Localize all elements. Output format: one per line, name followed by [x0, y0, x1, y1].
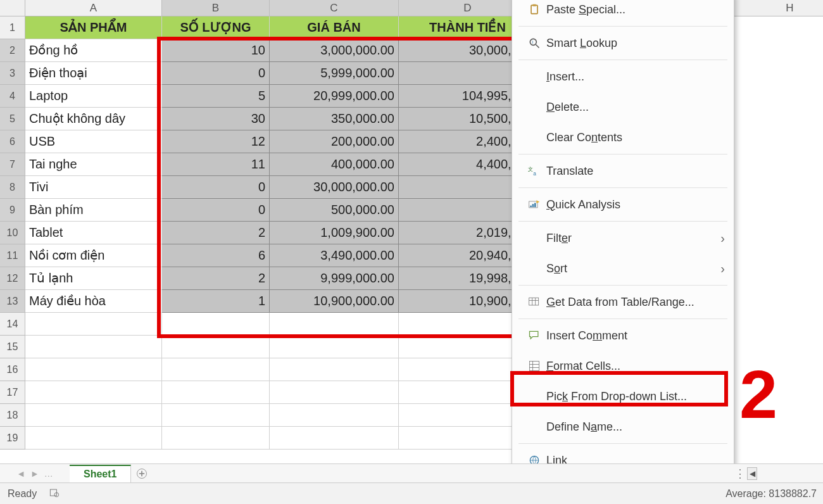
menu-quick-analysis[interactable]: Quick Analysis: [512, 189, 734, 220]
menu-delete[interactable]: Delete...: [512, 92, 734, 122]
cell-C16[interactable]: [270, 358, 399, 381]
cell-A19[interactable]: [25, 427, 162, 450]
cell-C19[interactable]: [270, 427, 399, 450]
cell-B1[interactable]: SỐ LƯỢNG: [162, 16, 270, 39]
row-header-19[interactable]: 19: [0, 427, 25, 450]
row-header-18[interactable]: 18: [0, 404, 25, 427]
cell-C6[interactable]: 200,000.00: [270, 130, 399, 153]
row-header-9[interactable]: 9: [0, 199, 25, 222]
row-header-17[interactable]: 17: [0, 381, 25, 404]
column-header-H[interactable]: H: [734, 0, 823, 16]
row-header-11[interactable]: 11: [0, 244, 25, 267]
cell-B16[interactable]: [162, 358, 270, 381]
cell-B6[interactable]: 12: [162, 130, 270, 153]
cell-A11[interactable]: Nồi cơm điện: [25, 244, 162, 267]
cell-A4[interactable]: Laptop: [25, 85, 162, 108]
cell-A5[interactable]: Chuột không dây: [25, 108, 162, 130]
cell-B5[interactable]: 30: [162, 108, 270, 130]
tab-nav-arrows[interactable]: ◄ ► …: [0, 469, 70, 479]
menu-insert-comment[interactable]: Insert Comment: [512, 320, 734, 351]
cell-C5[interactable]: 350,000.00: [270, 108, 399, 130]
row-header-5[interactable]: 5: [0, 108, 25, 130]
cell-C14[interactable]: [270, 313, 399, 336]
cell-B11[interactable]: 6: [162, 244, 270, 267]
horizontal-scroll[interactable]: ⋮ ◀: [734, 463, 823, 482]
cell-B19[interactable]: [162, 427, 270, 450]
menu-define-name[interactable]: Define Name...: [512, 412, 734, 442]
cell-B8[interactable]: 0: [162, 176, 270, 199]
cell-C10[interactable]: 1,009,900.00: [270, 222, 399, 244]
cell-A12[interactable]: Tủ lạnh: [25, 267, 162, 290]
cell-A6[interactable]: USB: [25, 130, 162, 153]
add-sheet-button[interactable]: [131, 464, 153, 483]
row-header-12[interactable]: 12: [0, 267, 25, 290]
cell-A10[interactable]: Tablet: [25, 222, 162, 244]
cell-B18[interactable]: [162, 404, 270, 427]
row-header-16[interactable]: 16: [0, 358, 25, 381]
cell-C18[interactable]: [270, 404, 399, 427]
row-header-8[interactable]: 8: [0, 176, 25, 199]
row-header-14[interactable]: 14: [0, 313, 25, 336]
cell-B13[interactable]: 1: [162, 290, 270, 313]
row-header-3[interactable]: 3: [0, 62, 25, 85]
menu-smart-lookup[interactable]: i Smart Lookup: [512, 28, 734, 58]
cell-A18[interactable]: [25, 404, 162, 427]
menu-paste-special[interactable]: Paste Special...: [512, 0, 734, 25]
cell-A2[interactable]: Đồng hồ: [25, 39, 162, 62]
scroll-left-button[interactable]: ◀: [747, 467, 757, 480]
cell-B10[interactable]: 2: [162, 222, 270, 244]
menu-pick-from-list[interactable]: Pick From Drop-down List...: [512, 381, 734, 412]
cell-C15[interactable]: [270, 336, 399, 358]
cell-A17[interactable]: [25, 381, 162, 404]
menu-translate[interactable]: 文a Translate: [512, 156, 734, 186]
select-all-corner[interactable]: [0, 0, 25, 16]
macro-record-icon[interactable]: [48, 486, 61, 501]
cell-B2[interactable]: 10: [162, 39, 270, 62]
column-header-A[interactable]: A: [25, 0, 162, 16]
row-header-7[interactable]: 7: [0, 153, 25, 176]
cell-B17[interactable]: [162, 381, 270, 404]
menu-get-data[interactable]: Get Data from Table/Range...: [512, 287, 734, 317]
cell-A13[interactable]: Máy điều hòa: [25, 290, 162, 313]
cell-C7[interactable]: 400,000.00: [270, 153, 399, 176]
cell-A8[interactable]: Tivi: [25, 176, 162, 199]
cell-A3[interactable]: Điện thoại: [25, 62, 162, 85]
sheet-tab-sheet1[interactable]: Sheet1: [70, 465, 131, 482]
cell-A14[interactable]: [25, 313, 162, 336]
cell-C17[interactable]: [270, 381, 399, 404]
cell-C8[interactable]: 30,000,000.00: [270, 176, 399, 199]
cell-B7[interactable]: 11: [162, 153, 270, 176]
menu-insert[interactable]: Insert...: [512, 61, 734, 92]
cell-B12[interactable]: 2: [162, 267, 270, 290]
cell-A9[interactable]: Bàn phím: [25, 199, 162, 222]
cell-A16[interactable]: [25, 358, 162, 381]
cell-B4[interactable]: 5: [162, 85, 270, 108]
column-header-B[interactable]: B: [162, 0, 270, 16]
cell-B15[interactable]: [162, 336, 270, 358]
cell-A7[interactable]: Tai nghe: [25, 153, 162, 176]
row-header-15[interactable]: 15: [0, 336, 25, 358]
menu-sort[interactable]: Sort ›: [512, 253, 734, 284]
menu-clear-contents[interactable]: Clear Contents: [512, 122, 734, 153]
cell-C1[interactable]: GIÁ BÁN: [270, 16, 399, 39]
cell-A1[interactable]: SẢN PHẨM: [25, 16, 162, 39]
cell-C4[interactable]: 20,999,000.00: [270, 85, 399, 108]
row-header-6[interactable]: 6: [0, 130, 25, 153]
column-header-C[interactable]: C: [270, 0, 399, 16]
cell-C9[interactable]: 500,000.00: [270, 199, 399, 222]
cell-C3[interactable]: 5,999,000.00: [270, 62, 399, 85]
row-header-1[interactable]: 1: [0, 16, 25, 39]
cell-C13[interactable]: 10,900,000.00: [270, 290, 399, 313]
cell-B9[interactable]: 0: [162, 199, 270, 222]
cell-B14[interactable]: [162, 313, 270, 336]
row-header-13[interactable]: 13: [0, 290, 25, 313]
cell-A15[interactable]: [25, 336, 162, 358]
cell-C12[interactable]: 9,999,000.00: [270, 267, 399, 290]
row-header-10[interactable]: 10: [0, 222, 25, 244]
cell-C2[interactable]: 3,000,000.00: [270, 39, 399, 62]
menu-filter[interactable]: Filter ›: [512, 223, 734, 253]
cell-C11[interactable]: 3,490,000.00: [270, 244, 399, 267]
row-header-2[interactable]: 2: [0, 39, 25, 62]
cell-B3[interactable]: 0: [162, 62, 270, 85]
row-header-4[interactable]: 4: [0, 85, 25, 108]
